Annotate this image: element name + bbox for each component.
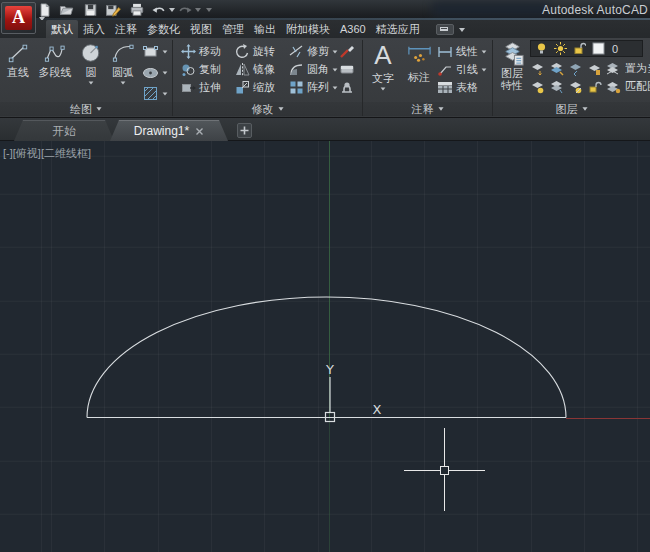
copy-icon xyxy=(181,62,196,77)
scale-button[interactable]: 缩放 xyxy=(235,80,275,95)
linear-dimension-icon xyxy=(437,46,453,58)
dimension-button[interactable]: 标注 xyxy=(403,42,435,85)
erase-button[interactable] xyxy=(339,61,355,77)
ribbon-tab-view[interactable]: 视图 xyxy=(185,20,217,38)
ribbon-collapse-button[interactable] xyxy=(436,24,454,35)
qat-customize-icon[interactable] xyxy=(206,8,212,12)
ribbon-tab-a360[interactable]: A360 xyxy=(335,20,371,38)
new-file-icon[interactable] xyxy=(37,3,53,17)
layer-off-icon[interactable] xyxy=(530,80,545,94)
crosshair-cursor xyxy=(404,428,485,511)
layer-prev-icon[interactable] xyxy=(568,62,583,76)
arc-button[interactable]: 圆弧 xyxy=(108,42,138,85)
linear-dimension-button[interactable]: 线性 xyxy=(437,44,487,59)
table-button[interactable]: 表格 xyxy=(437,80,478,95)
title-bar: Autodesk AutoCAD xyxy=(0,0,650,20)
blurred-region xyxy=(432,2,550,17)
annotation-panel-title[interactable]: 注释 xyxy=(363,102,492,116)
stretch-icon xyxy=(181,80,196,95)
trim-icon xyxy=(289,44,304,59)
layer-dropdown[interactable]: 0 xyxy=(530,40,643,57)
ribbon-tab-featured-apps[interactable]: 精选应用 xyxy=(371,20,425,38)
layer-thaw-icon[interactable] xyxy=(568,80,583,94)
layers-panel: 图层特性 0 置为当前 xyxy=(493,38,650,118)
ellipse-button[interactable] xyxy=(142,65,168,80)
file-tab-start[interactable]: 开始 xyxy=(14,120,114,141)
fillet-icon xyxy=(289,62,304,77)
rotate-icon xyxy=(235,44,250,59)
move-button[interactable]: 移动 xyxy=(181,44,221,59)
new-tab-button[interactable] xyxy=(237,123,252,138)
ribbon-tab-output[interactable]: 输出 xyxy=(249,20,281,38)
open-file-icon[interactable] xyxy=(59,3,75,17)
layer-tools-row-2: 匹配图层 xyxy=(530,79,650,94)
redo-icon[interactable] xyxy=(177,3,193,17)
file-tab-bar: 开始 Drawing1* xyxy=(0,118,650,141)
set-current-label[interactable]: 置为当前 xyxy=(625,61,650,76)
copy-button[interactable]: 复制 xyxy=(181,62,221,77)
layer-lock-icon xyxy=(573,42,586,55)
text-button[interactable]: A 文字 xyxy=(367,40,399,91)
ribbon-tab-bar: 默认 插入 注释 参数化 视图 管理 输出 附加模块 A360 精选应用 xyxy=(0,20,650,38)
trim-button[interactable]: 修剪 xyxy=(289,44,338,59)
plus-icon xyxy=(238,124,251,137)
circle-button[interactable]: 圆 xyxy=(78,42,104,85)
close-tab-icon[interactable] xyxy=(195,127,204,136)
ribbon-tab-annotate[interactable]: 注释 xyxy=(110,20,142,38)
rectangle-icon xyxy=(142,44,159,59)
rectangle-button[interactable] xyxy=(142,44,168,59)
layer-properties-button[interactable]: 图层特性 xyxy=(495,41,529,91)
layer-merge-icon[interactable] xyxy=(606,80,621,94)
dome-arc[interactable] xyxy=(87,297,566,418)
modify-panel: 移动 旋转 修剪 复制 镜像 圆角 xyxy=(173,38,362,118)
layer-match-icon[interactable] xyxy=(549,62,564,76)
fillet-button[interactable]: 圆角 xyxy=(289,62,338,77)
mirror-button[interactable]: 镜像 xyxy=(235,62,275,77)
ribbon-tab-home[interactable]: 默认 xyxy=(46,20,78,38)
line-icon xyxy=(7,42,29,64)
ribbon-tab-addins[interactable]: 附加模块 xyxy=(281,20,335,38)
drawing-canvas[interactable]: [-][俯视][二维线框] Y X xyxy=(0,141,650,552)
rotate-button[interactable]: 旋转 xyxy=(235,44,275,59)
layers-panel-title[interactable]: 图层 xyxy=(493,102,650,116)
undo-dropdown-icon[interactable] xyxy=(169,8,175,12)
layer-on-tool-icon[interactable] xyxy=(549,80,564,94)
ribbon-panels: 直线 多段线 圆 圆弧 xyxy=(0,38,650,118)
save-as-icon[interactable] xyxy=(105,3,121,17)
file-tab-drawing1[interactable]: Drawing1* xyxy=(110,120,228,141)
layer-isolate-icon[interactable] xyxy=(587,62,602,76)
modify-panel-title[interactable]: 修改 xyxy=(173,102,362,116)
polyline-button[interactable]: 多段线 xyxy=(36,42,74,80)
stretch-button[interactable]: 拉伸 xyxy=(181,80,221,95)
layer-properties-icon xyxy=(500,41,525,66)
line-button[interactable]: 直线 xyxy=(3,42,33,80)
hatch-button[interactable] xyxy=(142,86,168,101)
layer-on-icon xyxy=(535,42,548,55)
ribbon-collapse-icon xyxy=(440,27,448,31)
layer-unlock-icon[interactable] xyxy=(587,80,602,94)
draw-panel: 直线 多段线 圆 圆弧 xyxy=(0,38,172,118)
ribbon-tab-manage[interactable]: 管理 xyxy=(217,20,249,38)
redo-dropdown-icon[interactable] xyxy=(195,8,201,12)
layer-set-current-icon[interactable] xyxy=(530,62,545,76)
ribbon-collapse-dropdown-icon[interactable] xyxy=(459,28,465,32)
ucs-icon: Y X xyxy=(325,362,382,422)
ribbon-tab-parametric[interactable]: 参数化 xyxy=(142,20,185,38)
leader-icon xyxy=(437,64,453,76)
explode-button[interactable] xyxy=(339,79,355,95)
undo-icon[interactable] xyxy=(151,3,167,17)
layer-freeze-tool-icon[interactable] xyxy=(606,62,621,76)
ribbon-tab-insert[interactable]: 插入 xyxy=(78,20,110,38)
match-properties-button[interactable] xyxy=(339,43,355,59)
match-properties-icon xyxy=(339,43,355,59)
array-button[interactable]: 阵列 xyxy=(289,80,338,95)
draw-panel-title[interactable]: 绘图 xyxy=(0,102,172,116)
print-icon[interactable] xyxy=(129,3,145,17)
erase-icon xyxy=(339,61,355,77)
ucs-x-label: X xyxy=(373,402,382,417)
save-icon[interactable] xyxy=(83,3,99,17)
leader-button[interactable]: 引线 xyxy=(437,62,487,77)
match-layer-label[interactable]: 匹配图层 xyxy=(625,79,650,94)
application-menu-button[interactable]: A xyxy=(1,2,36,34)
move-icon xyxy=(181,44,196,59)
